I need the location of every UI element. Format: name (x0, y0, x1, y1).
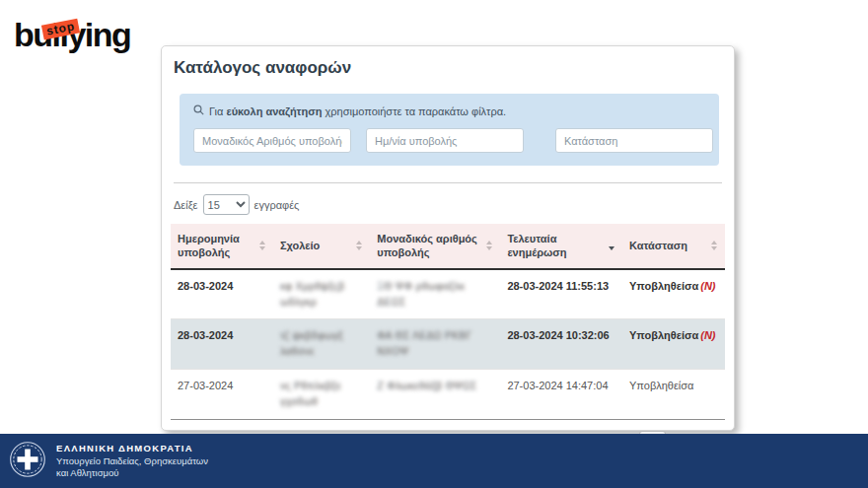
sort-desc-icon (609, 241, 616, 250)
sort-icon (356, 241, 364, 250)
status-label: Υποβληθείσα (629, 329, 698, 341)
page-length-control: Δείξε 15 εγγραφές (174, 194, 725, 215)
sort-icon (711, 241, 719, 250)
redacted-school-name: κφ Χμρθψξςβ ωδλγκρ (280, 281, 344, 308)
status-label: Υποβληθείσα (629, 280, 698, 292)
last-update-cell: 27-03-2024 14:47:04 (500, 370, 622, 420)
unique-number-cell: Ζ Φλωκεθάξβ ΘΨΩΣ (370, 370, 500, 420)
school-cell: τζ ψκβδφωγξ λαθσνε (273, 319, 370, 370)
last-update-cell: 28-03-2024 11:55:13 (500, 269, 622, 319)
unique-number-cell: ΞΘ ΨΦ ρθωφαξλκ ΔΕΩΣ (370, 269, 500, 319)
status-cell: Υποβληθείσα(N) (622, 319, 725, 370)
redacted-unique-number: ΦΑ ΘΣ ΛΕΔΩ ΡΚΒΓ ΝΧΟΨ (377, 330, 471, 357)
ministry-text-block: ΕΛΛΗΝΙΚΗ ΔΗΜΟΚΡΑΤΙΑ Υπουργείο Παιδείας, … (56, 443, 208, 480)
filter-hint-text: Για εύκολη αναζήτηση χρησιμοποιήστε τα π… (209, 105, 506, 117)
filter-divider (174, 182, 722, 183)
status-cell: Υποβληθείσα(N) (622, 269, 725, 319)
column-header-last-update[interactable]: Τελευταία ενημέρωση (500, 224, 622, 269)
page-title: Κατάλογος αναφορών (174, 58, 725, 78)
length-prefix-label: Δείξε (174, 199, 198, 211)
table-header-row: Ημερομηνία υποβολής Σχολείο Μοναδικός αρ… (171, 224, 725, 269)
bullying-stop-logo: bullying stop (14, 14, 142, 55)
status-filter-input[interactable] (555, 128, 713, 153)
filter-hint: Για εύκολη αναζήτηση χρησιμοποιήστε τα π… (193, 105, 705, 117)
column-header-status[interactable]: Κατάσταση (622, 224, 725, 269)
sort-icon (259, 241, 267, 250)
new-flag: (N) (700, 280, 715, 292)
reports-table: Ημερομηνία υποβολής Σχολείο Μοναδικός αρ… (171, 224, 725, 420)
hellenic-republic-label: ΕΛΛΗΝΙΚΗ ΔΗΜΟΚΡΑΤΙΑ (56, 443, 208, 453)
column-header-date[interactable]: Ημερομηνία υποβολής (171, 224, 273, 269)
hellenic-republic-emblem-icon (9, 441, 46, 482)
unique-number-filter-input[interactable] (193, 128, 351, 153)
submission-date-cell: 28-03-2024 (171, 269, 273, 319)
unique-number-cell: ΦΑ ΘΣ ΛΕΔΩ ΡΚΒΓ ΝΧΟΨ (370, 319, 500, 370)
filter-box: Για εύκολη αναζήτηση χρησιμοποιήστε τα π… (180, 94, 719, 166)
government-footer-bar: ΕΛΛΗΝΙΚΗ ΔΗΜΟΚΡΑΤΙΑ Υπουργείο Παιδείας, … (0, 434, 868, 488)
status-cell: Υποβληθείσα (622, 370, 725, 420)
table-row[interactable]: 28-03-2024 τζ ψκβδφωγξ λαθσνε ΦΑ ΘΣ ΛΕΔΩ… (171, 319, 725, 370)
column-header-unique-number[interactable]: Μοναδικός αριθμός υποβολής (370, 224, 500, 269)
redacted-unique-number: Ζ Φλωκεθάξβ ΘΨΩΣ (377, 381, 476, 391)
search-icon (193, 105, 204, 117)
reports-panel: Κατάλογος αναφορών Για εύκολη αναζήτηση … (161, 45, 735, 431)
last-update-cell: 28-03-2024 10:32:06 (500, 319, 622, 370)
new-flag: (N) (700, 329, 715, 341)
table-row[interactable]: 28-03-2024 κφ Χμρθψξςβ ωδλγκρ ΞΘ ΨΦ ρθωφ… (171, 269, 725, 319)
status-label: Υποβληθείσα (629, 380, 693, 391)
submission-date-filter-input[interactable] (366, 128, 524, 153)
table-row[interactable]: 27-03-2024 νς Ρθπλκβξε γχσδωθ Ζ Φλωκεθάξ… (171, 370, 725, 420)
page-size-select[interactable]: 15 (203, 194, 250, 215)
length-suffix-label: εγγραφές (254, 199, 300, 211)
ministry-name-line1: Υπουργείο Παιδείας, Θρησκευμάτων (56, 455, 208, 468)
column-header-school[interactable]: Σχολείο (273, 224, 370, 269)
school-cell: νς Ρθπλκβξε γχσδωθ (273, 370, 370, 420)
school-cell: κφ Χμρθψξςβ ωδλγκρ (273, 269, 370, 319)
redacted-school-name: τζ ψκβδφωγξ λαθσνε (280, 330, 343, 357)
submission-date-cell: 28-03-2024 (171, 319, 273, 370)
ministry-name-line2: και Αθλητισμού (56, 467, 208, 480)
sort-icon (486, 241, 494, 250)
submission-date-cell: 27-03-2024 (171, 370, 273, 420)
redacted-unique-number: ΞΘ ΨΦ ρθωφαξλκ ΔΕΩΣ (377, 281, 465, 308)
redacted-school-name: νς Ρθπλκβξε γχσδωθ (280, 381, 341, 407)
